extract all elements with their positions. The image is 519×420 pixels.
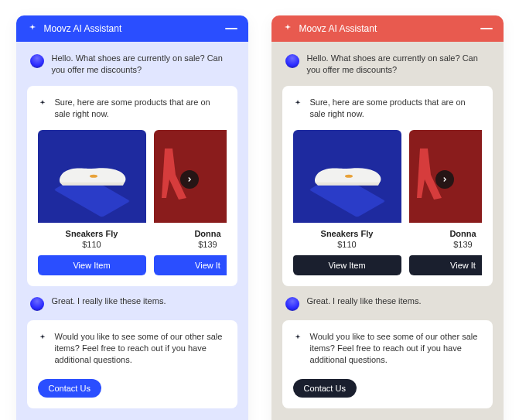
- minimize-button[interactable]: [225, 28, 237, 29]
- sparkle-icon: [293, 97, 302, 111]
- product-card[interactable]: Donna $139 View It: [409, 130, 482, 275]
- product-name: Sneakers Fly: [293, 229, 401, 238]
- ai-message-card: Sure, here are some products that are on…: [27, 86, 237, 286]
- panel-header: Moovz AI Assistant: [16, 15, 248, 42]
- user-avatar: [285, 54, 299, 68]
- ai-message-card: Would you like to see some of our other …: [282, 320, 493, 408]
- sparkle-icon: [27, 23, 38, 34]
- product-card[interactable]: Donna $139 View It: [154, 130, 227, 275]
- minimize-button[interactable]: [480, 28, 493, 29]
- contact-us-button[interactable]: Contact Us: [38, 379, 101, 398]
- product-card[interactable]: Sneakers Fly $110 View Item: [38, 130, 146, 275]
- product-name: Sneakers Fly: [38, 229, 146, 238]
- app-title: Moovz AI Assistant: [44, 23, 122, 34]
- app-title: Moovz AI Assistant: [299, 23, 377, 34]
- user-message: Hello. What shoes are currently on sale?…: [27, 53, 237, 77]
- product-price: $139: [154, 240, 227, 249]
- product-name: Donna: [154, 229, 227, 238]
- contact-us-button[interactable]: Contact Us: [293, 379, 357, 398]
- user-avatar: [285, 297, 299, 311]
- product-price: $110: [293, 240, 401, 249]
- sparkle-icon: [293, 332, 302, 346]
- carousel-next-button[interactable]: [435, 170, 454, 189]
- user-text: Hello. What shoes are currently on sale?…: [307, 53, 490, 77]
- chat-panel-blue: Moovz AI Assistant Hello. What shoes are…: [16, 15, 248, 420]
- product-image: [293, 130, 401, 223]
- user-message: Great. I really like these items.: [27, 295, 237, 311]
- ai-message-card: Sure, here are some products that are on…: [282, 86, 493, 286]
- view-item-button[interactable]: View It: [154, 255, 227, 275]
- ai-text: Sure, here are some products that are on…: [55, 97, 227, 121]
- product-image: [38, 130, 146, 223]
- sparkle-icon: [38, 97, 47, 111]
- ai-text: Would you like to see some of our other …: [310, 331, 482, 367]
- user-avatar: [30, 297, 44, 311]
- user-text: Great. I really like these items.: [52, 295, 166, 307]
- view-item-button[interactable]: View Item: [293, 255, 401, 275]
- user-message: Hello. What shoes are currently on sale?…: [282, 53, 493, 77]
- carousel-next-button[interactable]: [180, 170, 199, 189]
- chat-panel-red: Moovz AI Assistant Hello. What shoes are…: [271, 15, 504, 420]
- panel-header: Moovz AI Assistant: [271, 15, 504, 42]
- sparkle-icon: [282, 23, 293, 34]
- svg-point-1: [345, 174, 353, 177]
- ai-message-card: Would you like to see some of our other …: [27, 320, 237, 408]
- product-card[interactable]: Sneakers Fly $110 View Item: [293, 130, 401, 275]
- product-carousel: Sneakers Fly $110 View Item Donn: [38, 130, 227, 275]
- user-avatar: [30, 54, 44, 68]
- user-text: Hello. What shoes are currently on sale?…: [52, 53, 234, 77]
- sparkle-icon: [38, 332, 47, 346]
- ai-text: Sure, here are some products that are on…: [310, 97, 482, 121]
- product-name: Donna: [409, 229, 482, 238]
- product-carousel: Sneakers Fly $110 View Item Donn: [293, 130, 482, 275]
- user-message: Great. I really like these items.: [282, 295, 493, 311]
- product-price: $110: [38, 240, 146, 249]
- view-item-button[interactable]: View Item: [38, 255, 146, 275]
- view-item-button[interactable]: View It: [409, 255, 482, 275]
- svg-point-0: [90, 174, 97, 177]
- product-price: $139: [409, 240, 482, 249]
- ai-text: Would you like to see some of our other …: [55, 331, 227, 367]
- user-text: Great. I really like these items.: [307, 295, 422, 307]
